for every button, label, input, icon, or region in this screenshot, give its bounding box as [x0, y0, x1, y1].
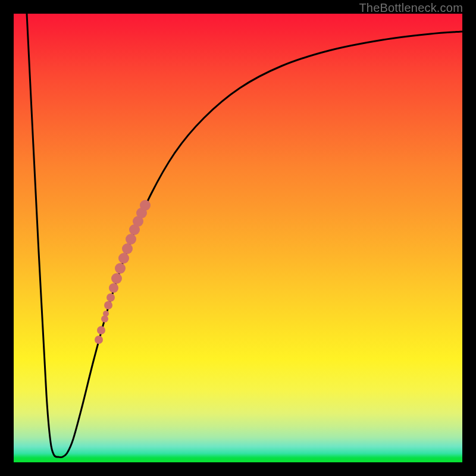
watermark-text: TheBottleneck.com — [359, 1, 463, 15]
scatter-dot — [140, 200, 151, 211]
scatter-dot — [122, 243, 133, 254]
scatter-dot — [97, 326, 105, 334]
chart-stage: TheBottleneck.com — [0, 0, 476, 476]
scatter-dot — [101, 315, 108, 322]
chart-svg — [14, 14, 462, 462]
scatter-dot — [115, 263, 126, 274]
scatter-dot — [107, 293, 115, 302]
scatter-dot — [103, 311, 109, 317]
scatter-dot — [104, 301, 112, 309]
scatter-dot — [109, 283, 118, 293]
plot-area — [14, 14, 462, 462]
scatter-dot — [95, 336, 103, 344]
scatter-dot — [126, 234, 136, 245]
main-curve — [27, 14, 462, 458]
scatter-dot — [111, 273, 122, 284]
scatter-dot — [118, 253, 129, 264]
